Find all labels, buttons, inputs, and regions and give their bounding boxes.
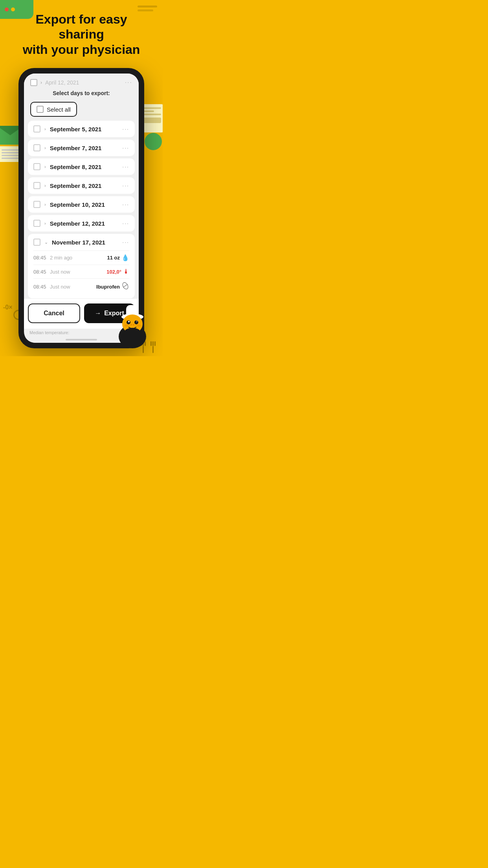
cancel-button[interactable]: Cancel bbox=[28, 303, 80, 323]
date-list: › September 5, 2021 ··· › September 7, 2… bbox=[24, 121, 139, 298]
svg-point-12 bbox=[124, 324, 128, 327]
sub-row-time-2: 08:45 bbox=[33, 269, 48, 275]
headline: Export for easy sharing with your physic… bbox=[8, 12, 155, 57]
phone-mockup: › April 12, 2021 ··· Select days to expo… bbox=[18, 68, 144, 348]
screen-header: › April 12, 2021 ··· bbox=[24, 74, 139, 89]
sub-row-value-med: Ibuprofen bbox=[96, 284, 120, 290]
date-label-sep8b: September 8, 2021 bbox=[50, 182, 119, 189]
date-more-sep5[interactable]: ··· bbox=[122, 126, 129, 132]
date-label-sep8a: September 8, 2021 bbox=[50, 164, 119, 170]
date-label-sep5: September 5, 2021 bbox=[50, 126, 119, 132]
sub-row-value-temp: 102,0° bbox=[106, 269, 121, 275]
date-item-sep12[interactable]: › September 12, 2021 ··· bbox=[28, 215, 135, 232]
date-checkbox-sep5[interactable] bbox=[33, 125, 40, 132]
date-label-sep10: September 10, 2021 bbox=[50, 201, 119, 208]
select-all-button[interactable]: Select all bbox=[30, 102, 77, 117]
date-more-sep10[interactable]: ··· bbox=[122, 201, 129, 208]
page-wrapper: Export for easy sharing with your physic… bbox=[0, 0, 163, 356]
date-item-sep7[interactable]: › September 7, 2021 ··· bbox=[28, 140, 135, 156]
svg-point-14 bbox=[130, 324, 132, 326]
date-label-nov17: November 17, 2021 bbox=[52, 239, 118, 246]
date-chevron-sep12: › bbox=[44, 221, 46, 226]
sub-row-time-3: 08:45 bbox=[33, 284, 48, 290]
sub-row-water: 08:45 2 min ago 11 oz 💧 bbox=[33, 250, 129, 265]
date-more-nov17[interactable]: ··· bbox=[122, 239, 129, 245]
home-bar bbox=[66, 339, 97, 340]
sub-row-ago-3: Just now bbox=[50, 284, 96, 290]
sub-row-ago-2: Just now bbox=[50, 269, 106, 275]
date-chevron-down-nov17: ⌄ bbox=[44, 240, 48, 245]
date-chevron-sep5: › bbox=[44, 127, 46, 131]
svg-point-13 bbox=[137, 324, 141, 327]
nov17-sub-rows: 08:45 2 min ago 11 oz 💧 08:45 Just now 1… bbox=[28, 250, 135, 298]
date-checkbox-sep8a[interactable] bbox=[33, 163, 40, 170]
header-date: April 12, 2021 bbox=[45, 79, 122, 86]
date-item-nov17-header[interactable]: ⌄ November 17, 2021 ··· bbox=[28, 234, 135, 250]
date-chevron-sep8a: › bbox=[44, 164, 46, 169]
sub-row-time-1: 08:45 bbox=[33, 255, 48, 261]
date-item-sep8b[interactable]: › September 8, 2021 ··· bbox=[28, 177, 135, 194]
export-arrow-icon: → bbox=[95, 310, 101, 317]
date-item-nov17: ⌄ November 17, 2021 ··· 08:45 2 min ago … bbox=[28, 234, 135, 298]
date-label-sep7: September 7, 2021 bbox=[50, 145, 119, 151]
mascot-character bbox=[109, 297, 156, 352]
date-checkbox-sep7[interactable] bbox=[33, 144, 40, 151]
date-chevron-sep8b: › bbox=[44, 183, 46, 188]
sub-row-value-water: 11 oz bbox=[107, 255, 120, 261]
date-label-sep12: September 12, 2021 bbox=[50, 220, 119, 227]
sub-row-ago-1: 2 min ago bbox=[50, 255, 107, 261]
header-chevron-right: › bbox=[40, 80, 42, 85]
date-checkbox-nov17[interactable] bbox=[33, 239, 40, 246]
svg-point-10 bbox=[128, 321, 130, 322]
date-checkbox-sep10[interactable] bbox=[33, 201, 40, 208]
svg-line-3 bbox=[123, 284, 128, 287]
headline-line1: Export for easy sharing bbox=[36, 12, 127, 41]
header-more-icon[interactable]: ··· bbox=[125, 79, 132, 86]
date-item-sep5[interactable]: › September 5, 2021 ··· bbox=[28, 121, 135, 137]
svg-point-16 bbox=[125, 328, 140, 336]
date-checkbox-sep8b[interactable] bbox=[33, 182, 40, 189]
sub-row-medicine: 08:45 Just now Ibuprofen bbox=[33, 278, 129, 294]
date-chevron-sep10: › bbox=[44, 202, 46, 207]
date-item-sep8a[interactable]: › September 8, 2021 ··· bbox=[28, 158, 135, 175]
select-all-row: Select all bbox=[24, 100, 139, 121]
date-more-sep8a[interactable]: ··· bbox=[122, 164, 129, 170]
date-more-sep12[interactable]: ··· bbox=[122, 220, 129, 226]
median-label: Median temperature: bbox=[29, 330, 70, 335]
select-all-checkbox bbox=[37, 106, 44, 113]
svg-point-15 bbox=[133, 324, 134, 326]
date-more-sep8b[interactable]: ··· bbox=[122, 182, 129, 189]
sub-row-temp: 08:45 Just now 102,0° 🌡 bbox=[33, 265, 129, 278]
thermometer-icon: 🌡 bbox=[123, 268, 129, 275]
date-more-sep7[interactable]: ··· bbox=[122, 145, 129, 151]
header-checkbox[interactable] bbox=[30, 79, 37, 86]
water-drop-icon: 💧 bbox=[121, 254, 129, 261]
pill-icon bbox=[121, 282, 129, 291]
date-item-sep10[interactable]: › September 10, 2021 ··· bbox=[28, 196, 135, 213]
date-checkbox-sep12[interactable] bbox=[33, 220, 40, 227]
headline-line2: with your physician bbox=[23, 42, 140, 57]
select-all-label: Select all bbox=[47, 106, 71, 113]
date-chevron-sep7: › bbox=[44, 145, 46, 150]
select-days-label: Select days to export: bbox=[24, 89, 139, 100]
